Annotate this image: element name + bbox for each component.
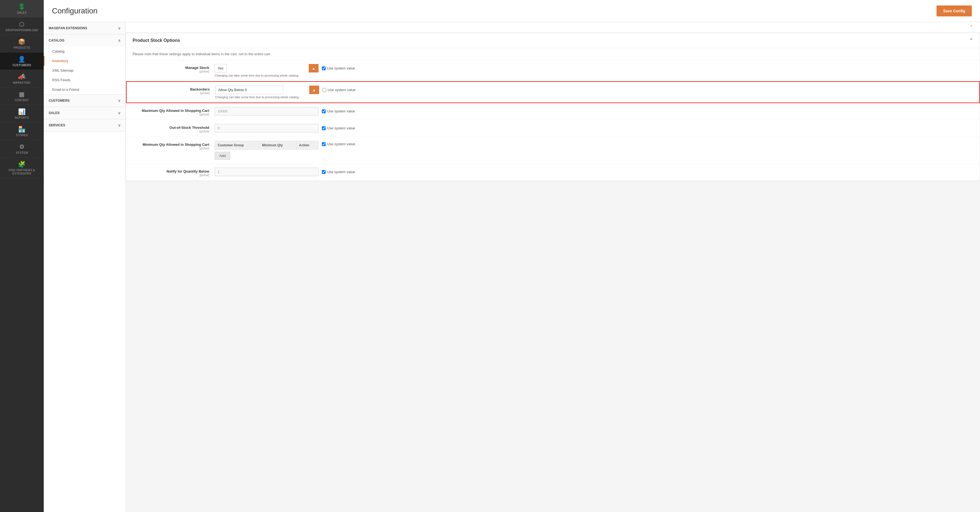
table-min-qty-cart: Customer GroupMinimum QtyAction bbox=[215, 141, 318, 149]
sidebar-item-reports[interactable]: 📊 REPORTS bbox=[0, 105, 44, 122]
field-sublabel-min-qty-cart: [global] bbox=[133, 146, 209, 150]
select-manage-stock[interactable]: YesNo bbox=[215, 64, 227, 73]
sidebar-item-products[interactable]: 📦 PRODUCTS bbox=[0, 35, 44, 52]
select-arrow-icon: ▲ bbox=[309, 86, 319, 94]
use-system-value-label: Use system value bbox=[327, 142, 355, 146]
sidebar-item-label: DROPSHIPDOWNLOAD bbox=[5, 29, 38, 32]
add-button-min-qty-cart[interactable]: Add bbox=[215, 152, 230, 160]
select-backorders[interactable]: No BackordersAllow Qty Below 0Allow Qty … bbox=[215, 86, 283, 94]
chevron-icon: ∨ bbox=[118, 99, 121, 103]
form-rows: Manage Stock [global] YesNo ▲ Use system… bbox=[126, 60, 980, 181]
sidebar-item-label: SALES bbox=[17, 11, 27, 14]
table-header: Minimum Qty bbox=[259, 141, 296, 149]
select-wrapper-manage-stock: YesNo ▲ bbox=[215, 64, 318, 73]
input-max-qty-cart[interactable] bbox=[215, 107, 318, 115]
sidebar-item-dropship[interactable]: ⬡ DROPSHIPDOWNLOAD bbox=[0, 17, 44, 35]
field-sublabel-backorders: [global] bbox=[133, 91, 210, 95]
page-title: Configuration bbox=[52, 6, 98, 15]
use-system-value-label: Use system value bbox=[328, 88, 356, 92]
form-row-backorders: Backorders [global] No BackordersAllow Q… bbox=[126, 81, 980, 103]
use-system-value-label: Use system value bbox=[327, 170, 355, 174]
use-system-value-checkbox-min-qty-cart[interactable] bbox=[322, 142, 326, 146]
sidebar-item-label: REPORTS bbox=[15, 116, 29, 119]
section-title: Product Stock Options bbox=[133, 38, 180, 43]
config-section-label: CATALOG bbox=[49, 38, 65, 42]
find-partners-icon: 🧩 bbox=[18, 161, 26, 167]
input-out-of-stock-threshold[interactable] bbox=[215, 124, 318, 132]
config-section-header-catalog[interactable]: CATALOG ∧ bbox=[44, 35, 126, 46]
control-col-notify-qty: Use system value bbox=[215, 168, 973, 176]
use-system-value-max-qty-cart[interactable]: Use system value bbox=[322, 109, 355, 113]
config-menu-item-xml-sitemap[interactable]: XML Sitemap bbox=[44, 66, 126, 75]
sidebar-item-marketing[interactable]: 📣 MARKETING bbox=[0, 70, 44, 87]
table-header: Customer Group bbox=[215, 141, 259, 149]
use-system-value-checkbox-out-of-stock-threshold[interactable] bbox=[322, 126, 326, 130]
config-section-items-catalog: CatalogInventoryXML SitemapRSS FeedsEmai… bbox=[44, 46, 126, 94]
config-section-magefan: MAGEFAN EXTENSIONS ∨ bbox=[44, 22, 126, 35]
label-col-backorders: Backorders [global] bbox=[133, 86, 215, 95]
collapse-icon[interactable]: ⌃ bbox=[969, 24, 974, 30]
customers-icon: 👤 bbox=[18, 56, 26, 62]
use-system-value-min-qty-cart[interactable]: Use system value bbox=[322, 142, 355, 146]
config-section-sales: SALES ∨ bbox=[44, 107, 126, 119]
config-section-header-customers[interactable]: CUSTOMERS ∨ bbox=[44, 95, 126, 107]
use-system-value-label: Use system value bbox=[327, 109, 355, 113]
config-menu-item-catalog[interactable]: Catalog bbox=[44, 46, 126, 56]
form-row-notify-qty: Notify for Quantity Below [global] Use s… bbox=[126, 164, 980, 181]
control-col-min-qty-cart: Customer GroupMinimum QtyAction Add Use … bbox=[215, 141, 973, 160]
field-sublabel-max-qty-cart: [global] bbox=[133, 113, 209, 116]
input-notify-qty[interactable] bbox=[215, 168, 318, 176]
label-col-out-of-stock-threshold: Out-of-Stock Threshold [global] bbox=[133, 124, 215, 133]
use-system-value-checkbox-backorders[interactable] bbox=[322, 88, 326, 92]
sidebar-item-label: FIND PARTNERS & EXTENSIONS bbox=[2, 169, 41, 175]
form-row-max-qty-cart: Maximum Qty Allowed in Shopping Cart [gl… bbox=[126, 103, 980, 120]
use-system-value-checkbox-max-qty-cart[interactable] bbox=[322, 110, 326, 113]
config-menu-item-inventory[interactable]: Inventory bbox=[44, 56, 126, 66]
use-system-value-label: Use system value bbox=[327, 66, 355, 70]
use-system-value-backorders[interactable]: Use system value bbox=[322, 88, 356, 92]
marketing-icon: 📣 bbox=[18, 74, 26, 80]
use-system-value-checkbox-notify-qty[interactable] bbox=[322, 170, 326, 174]
use-system-value-manage-stock[interactable]: Use system value bbox=[322, 66, 355, 70]
product-stock-options-section: Product Stock Options ⌃ Please note that… bbox=[126, 33, 980, 181]
use-system-value-label: Use system value bbox=[327, 126, 355, 130]
config-menu-item-rss-feeds[interactable]: RSS Feeds bbox=[44, 75, 126, 85]
field-label-manage-stock: Manage Stock bbox=[185, 66, 209, 70]
use-system-value-checkbox-manage-stock[interactable] bbox=[322, 67, 326, 70]
use-system-value-notify-qty[interactable]: Use system value bbox=[322, 170, 355, 174]
sidebar-item-customers[interactable]: 👤 CUSTOMERS bbox=[0, 52, 44, 70]
control-col-out-of-stock-threshold: Use system value bbox=[215, 124, 973, 132]
products-icon: 📦 bbox=[18, 39, 26, 45]
table-header: Action bbox=[296, 141, 318, 149]
config-panel: ⌃ Product Stock Options ⌃ Please note th… bbox=[126, 22, 980, 512]
label-col-min-qty-cart: Minimum Qty Allowed in Shopping Cart [gl… bbox=[133, 141, 215, 150]
select-arrow-icon: ▲ bbox=[309, 64, 318, 73]
section-toggle-icon[interactable]: ⌃ bbox=[969, 38, 973, 43]
field-label-max-qty-cart: Maximum Qty Allowed in Shopping Cart bbox=[142, 108, 209, 113]
config-section-header-magefan[interactable]: MAGEFAN EXTENSIONS ∨ bbox=[44, 22, 126, 34]
control-col-backorders: No BackordersAllow Qty Below 0Allow Qty … bbox=[215, 86, 973, 99]
config-sidebar: MAGEFAN EXTENSIONS ∨ CATALOG ∧ CatalogIn… bbox=[44, 22, 126, 512]
sidebar-item-system[interactable]: ⚙ SYSTEM bbox=[0, 140, 44, 157]
sidebar-item-find-partners[interactable]: 🧩 FIND PARTNERS & EXTENSIONS bbox=[0, 157, 44, 178]
field-sublabel-notify-qty: [global] bbox=[133, 173, 209, 176]
config-section-header-sales[interactable]: SALES ∨ bbox=[44, 107, 126, 119]
field-hint-manage-stock: Changing can take some time due to proce… bbox=[215, 74, 973, 77]
form-row-manage-stock: Manage Stock [global] YesNo ▲ Use system… bbox=[126, 60, 980, 81]
content-area: MAGEFAN EXTENSIONS ∨ CATALOG ∧ CatalogIn… bbox=[44, 22, 980, 512]
sidebar-item-stores[interactable]: 🏪 STORES bbox=[0, 122, 44, 140]
config-section-catalog: CATALOG ∧ CatalogInventoryXML SitemapRSS… bbox=[44, 35, 126, 95]
main-area: Configuration Save Config MAGEFAN EXTENS… bbox=[44, 0, 980, 512]
sales-icon: 💲 bbox=[18, 4, 26, 10]
sidebar-item-sales[interactable]: 💲 SALES bbox=[0, 0, 44, 17]
use-system-value-out-of-stock-threshold[interactable]: Use system value bbox=[322, 126, 355, 130]
config-section-label: SALES bbox=[49, 111, 60, 115]
config-section-customers: CUSTOMERS ∨ bbox=[44, 95, 126, 107]
chevron-icon: ∨ bbox=[118, 26, 121, 30]
save-config-button[interactable]: Save Config bbox=[937, 5, 972, 16]
sidebar-item-content[interactable]: ▦ CONTENT bbox=[0, 87, 44, 105]
config-section-header-services[interactable]: SERVICES ∨ bbox=[44, 119, 126, 131]
config-menu-item-email-friend[interactable]: Email to a Friend bbox=[44, 85, 126, 94]
app-container: 💲 SALES ⬡ DROPSHIPDOWNLOAD 📦 PRODUCTS 👤 … bbox=[0, 0, 980, 512]
section-header: Product Stock Options ⌃ bbox=[126, 33, 980, 48]
